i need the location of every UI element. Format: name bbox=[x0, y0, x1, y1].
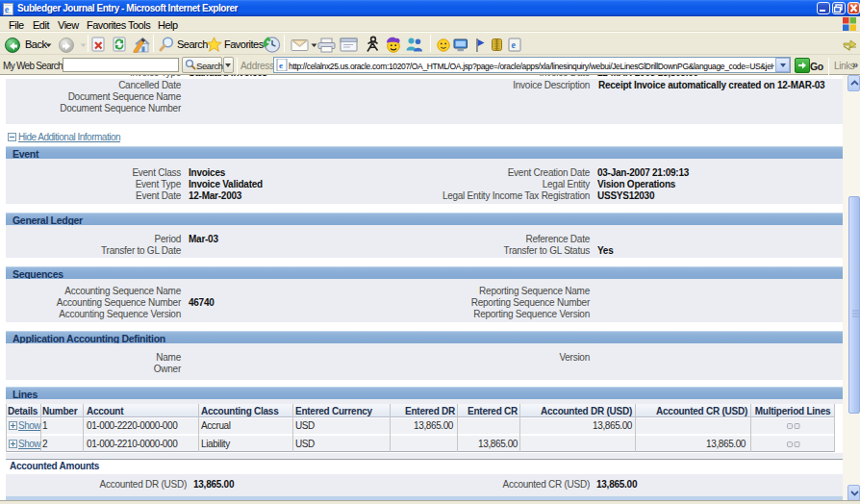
svg-text:e: e bbox=[279, 61, 283, 70]
svg-text:e: e bbox=[512, 39, 517, 50]
svg-text:e: e bbox=[5, 4, 10, 14]
